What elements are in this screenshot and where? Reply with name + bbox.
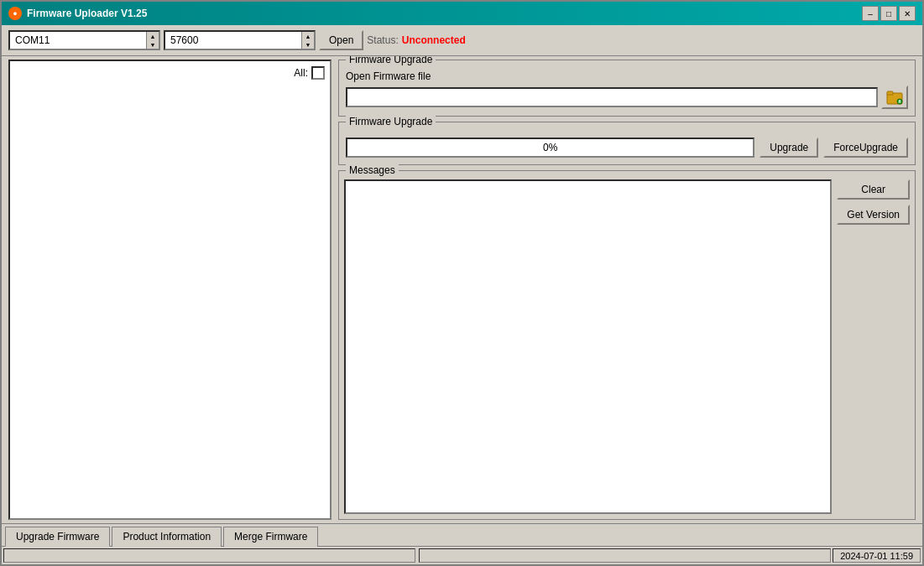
tab-product-information-label: Product Information (123, 531, 211, 543)
all-label: All: (294, 67, 308, 79)
open-button[interactable]: Open (319, 30, 363, 50)
baud-rate-up[interactable]: ▲ (302, 32, 314, 40)
force-upgrade-button[interactable]: ForceUpgrade (823, 138, 908, 158)
title-bar: ● Firmware Uploader V1.25 – □ ✕ (2, 2, 922, 25)
folder-icon (886, 89, 903, 106)
left-panel: All: (8, 60, 331, 520)
baud-rate-arrows: ▲ ▼ (301, 32, 314, 49)
window-title: Firmware Uploader V1.25 (27, 8, 147, 19)
status-datetime: 2024-07-01 11:59 (833, 548, 921, 563)
right-panel: Firmware Upgrade Open Firmware file (335, 56, 922, 523)
com-port-down[interactable]: ▼ (147, 40, 159, 49)
tabs-bar: Upgrade Firmware Product Information Mer… (2, 523, 922, 546)
com-port-up[interactable]: ▲ (147, 32, 159, 40)
com-port-arrows: ▲ ▼ (146, 32, 159, 49)
maximize-button[interactable]: □ (880, 6, 897, 21)
toolbar: ▲ ▼ ▲ ▼ Open Status: Unconnected (2, 25, 922, 56)
progress-bar: 0% (346, 138, 754, 158)
messages-legend: Messages (346, 164, 399, 176)
app-icon: ● (8, 7, 22, 20)
all-checkbox[interactable] (311, 66, 325, 80)
messages-textarea[interactable] (344, 179, 832, 514)
get-version-button[interactable]: Get Version (837, 205, 910, 225)
baud-rate-spinbox[interactable]: ▲ ▼ (164, 30, 316, 50)
firmware-upgrade-legend1: Firmware Upgrade (346, 56, 436, 65)
svg-rect-1 (887, 91, 893, 95)
tab-upgrade-firmware-label: Upgrade Firmware (16, 531, 99, 543)
firmware-file-row (346, 86, 908, 109)
firmware-file-input[interactable] (346, 87, 878, 107)
tab-merge-firmware[interactable]: Merge Firmware (223, 527, 318, 547)
status-label: Status: (367, 34, 398, 46)
open-file-label: Open Firmware file (346, 70, 908, 82)
all-row: All: (294, 66, 325, 80)
tab-merge-firmware-label: Merge Firmware (234, 531, 307, 543)
upgrade-button[interactable]: Upgrade (760, 138, 818, 158)
firmware-file-group: Firmware Upgrade Open Firmware file (338, 60, 916, 117)
progress-text: 0% (543, 142, 557, 153)
firmware-progress-group: Firmware Upgrade 0% Upgrade ForceUpgrade (338, 122, 916, 165)
firmware-file-content: Open Firmware file (339, 60, 915, 116)
status-segment-2 (419, 548, 831, 563)
baud-rate-down[interactable]: ▼ (302, 40, 314, 49)
title-controls: – □ ✕ (862, 6, 916, 21)
messages-inner: Clear Get Version (339, 171, 915, 519)
main-content: All: Firmware Upgrade Open Firmware file (2, 56, 922, 523)
status-segment-1 (3, 548, 415, 563)
progress-row: 0% Upgrade ForceUpgrade (346, 138, 908, 158)
main-window: ● Firmware Uploader V1.25 – □ ✕ ▲ ▼ ▲ ▼ … (0, 0, 924, 566)
title-bar-left: ● Firmware Uploader V1.25 (8, 7, 147, 20)
clear-button[interactable]: Clear (837, 179, 910, 200)
tab-upgrade-firmware[interactable]: Upgrade Firmware (5, 527, 110, 547)
com-port-input[interactable] (10, 33, 146, 48)
firmware-upgrade-legend2: Firmware Upgrade (346, 116, 436, 127)
firmware-progress-content: 0% Upgrade ForceUpgrade (339, 122, 915, 164)
tab-product-information[interactable]: Product Information (112, 527, 222, 547)
status-value: Unconnected (402, 34, 466, 46)
messages-buttons: Clear Get Version (837, 179, 910, 514)
minimize-button[interactable]: – (862, 6, 879, 21)
baud-rate-input[interactable] (165, 33, 301, 48)
status-bar: 2024-07-01 11:59 (2, 546, 922, 564)
com-port-spinbox[interactable]: ▲ ▼ (8, 30, 160, 50)
close-button[interactable]: ✕ (899, 6, 916, 21)
messages-group: Messages Clear Get Version (338, 170, 916, 520)
browse-button[interactable] (881, 86, 908, 109)
datetime-text: 2024-07-01 11:59 (840, 551, 913, 561)
